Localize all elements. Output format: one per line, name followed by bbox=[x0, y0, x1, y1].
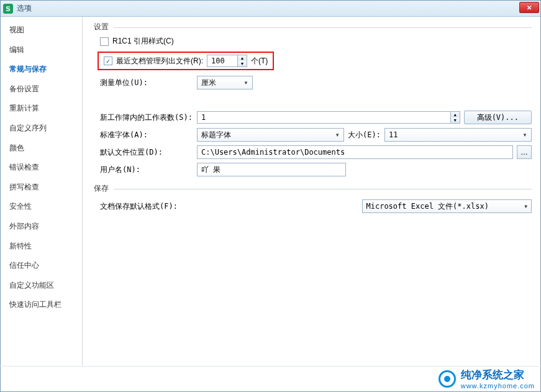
sidebar-item-13[interactable]: 自定义功能区 bbox=[1, 276, 82, 296]
sidebar-item-9[interactable]: 安全性 bbox=[1, 197, 82, 217]
unit-label: 测量单位(U): bbox=[100, 78, 193, 88]
sidebar-item-5[interactable]: 自定义序列 bbox=[1, 119, 82, 139]
sidebar-item-1[interactable]: 编辑 bbox=[1, 40, 82, 60]
close-icon: ✕ bbox=[527, 4, 532, 11]
watermark-url: www.kzmyhome.com bbox=[461, 382, 535, 390]
close-button[interactable]: ✕ bbox=[519, 2, 539, 13]
sidebar-item-2[interactable]: 常规与保存 bbox=[1, 60, 82, 80]
unit-select[interactable]: 厘米 ▼ bbox=[197, 76, 253, 89]
format-label: 文档保存默认格式(F): bbox=[100, 201, 193, 212]
sidebar-item-7[interactable]: 错误检查 bbox=[1, 158, 82, 178]
browse-button[interactable]: … bbox=[517, 145, 532, 159]
sidebar-item-8[interactable]: 拼写检查 bbox=[1, 178, 82, 198]
dropdown-icon: ▼ bbox=[335, 132, 340, 138]
dialog-body: 视图编辑常规与保存备份设置重新计算自定义序列颜色错误检查拼写检查安全性外部内容新… bbox=[1, 17, 540, 365]
location-label: 默认文件位置(D): bbox=[100, 147, 193, 158]
font-size-select[interactable]: 11 ▼ bbox=[384, 128, 532, 142]
sheets-value: 1 bbox=[198, 112, 450, 123]
font-size-label: 大小(E): bbox=[348, 130, 381, 140]
sidebar-item-11[interactable]: 新特性 bbox=[1, 237, 82, 257]
settings-group: 设置 R1C1 引用样式(C) 最近文档管理列出文件(R): 100 ▲ ▼ bbox=[94, 22, 532, 91]
sheets-spinbox[interactable]: 1 ▲ ▼ bbox=[197, 111, 460, 124]
format-select[interactable]: Microsoft Excel 文件(*.xlsx) ▼ bbox=[362, 199, 532, 213]
username-label: 用户名(N): bbox=[100, 165, 193, 175]
spin-up-icon[interactable]: ▲ bbox=[451, 112, 460, 117]
font-value: 标题字体 bbox=[201, 130, 231, 140]
unit-row: 测量单位(U): 厘米 ▼ bbox=[94, 74, 532, 91]
recent-files-checkbox[interactable] bbox=[104, 57, 112, 65]
dropdown-icon: ▼ bbox=[524, 204, 527, 209]
save-group-title: 保存 bbox=[94, 183, 532, 194]
sidebar-item-14[interactable]: 快速访问工具栏 bbox=[1, 295, 82, 315]
recent-files-highlight: 最近文档管理列出文件(R): 100 ▲ ▼ 个(T) bbox=[98, 52, 274, 70]
font-size-value: 11 bbox=[389, 130, 398, 139]
advanced-button[interactable]: 高级(V)... bbox=[464, 111, 532, 124]
workbook-group: . 新工作簿内的工作表数(S): 1 ▲ ▼ 高级(V)... 标准字体(A): bbox=[94, 96, 532, 178]
location-input[interactable] bbox=[197, 145, 513, 159]
titlebar: S 选项 ✕ bbox=[1, 1, 540, 17]
spin-down-icon[interactable]: ▼ bbox=[238, 61, 247, 66]
font-label: 标准字体(A): bbox=[100, 130, 193, 140]
r1c1-checkbox[interactable] bbox=[100, 37, 109, 46]
format-row: 文档保存默认格式(F): Microsoft Excel 文件(*.xlsx) … bbox=[94, 198, 532, 215]
watermark-icon bbox=[439, 370, 456, 388]
settings-group-title: 设置 bbox=[94, 22, 532, 32]
unit-value: 厘米 bbox=[201, 78, 216, 88]
recent-files-spinbox[interactable]: 100 ▲ ▼ bbox=[207, 55, 247, 67]
spin-down-icon[interactable]: ▼ bbox=[451, 117, 460, 123]
r1c1-row: R1C1 引用样式(C) bbox=[94, 36, 532, 47]
recent-files-label: 最近文档管理列出文件(R): bbox=[116, 56, 203, 66]
location-row: 默认文件位置(D): … bbox=[94, 144, 532, 161]
sidebar-item-4[interactable]: 重新计算 bbox=[1, 99, 82, 119]
watermark: 纯净系统之家 www.kzmyhome.com bbox=[439, 368, 535, 390]
ellipsis-icon: … bbox=[521, 148, 528, 157]
sidebar-item-10[interactable]: 外部内容 bbox=[1, 217, 82, 237]
sidebar: 视图编辑常规与保存备份设置重新计算自定义序列颜色错误检查拼写检查安全性外部内容新… bbox=[1, 17, 83, 365]
r1c1-label: R1C1 引用样式(C) bbox=[112, 36, 174, 47]
dropdown-icon: ▼ bbox=[243, 80, 248, 86]
sidebar-item-3[interactable]: 备份设置 bbox=[1, 80, 82, 99]
recent-files-unit: 个(T) bbox=[251, 56, 268, 66]
sidebar-item-6[interactable]: 颜色 bbox=[1, 139, 82, 158]
dialog-title: 选项 bbox=[17, 3, 32, 14]
format-value: Microsoft Excel 文件(*.xlsx) bbox=[366, 201, 489, 212]
main-panel: 设置 R1C1 引用样式(C) 最近文档管理列出文件(R): 100 ▲ ▼ bbox=[83, 17, 540, 365]
sheets-row: 新工作簿内的工作表数(S): 1 ▲ ▼ 高级(V)... bbox=[94, 109, 532, 126]
app-icon: S bbox=[3, 4, 13, 14]
font-select[interactable]: 标题字体 ▼ bbox=[197, 128, 344, 142]
save-group: 保存 文档保存默认格式(F): Microsoft Excel 文件(*.xls… bbox=[94, 183, 532, 215]
font-row: 标准字体(A): 标题字体 ▼ 大小(E): 11 ▼ bbox=[94, 126, 532, 144]
sidebar-item-12[interactable]: 信任中心 bbox=[1, 256, 82, 276]
username-input[interactable] bbox=[197, 163, 346, 176]
options-dialog: S 选项 ✕ 视图编辑常规与保存备份设置重新计算自定义序列颜色错误检查拼写检查安… bbox=[0, 0, 541, 392]
spin-up-icon[interactable]: ▲ bbox=[238, 55, 247, 61]
recent-files-value: 100 bbox=[207, 55, 237, 66]
username-row: 用户名(N): bbox=[94, 161, 532, 178]
sheets-label: 新工作簿内的工作表数(S): bbox=[100, 112, 193, 123]
sidebar-item-0[interactable]: 视图 bbox=[1, 21, 82, 40]
dropdown-icon: ▼ bbox=[522, 132, 527, 138]
watermark-title: 纯净系统之家 bbox=[461, 368, 535, 382]
